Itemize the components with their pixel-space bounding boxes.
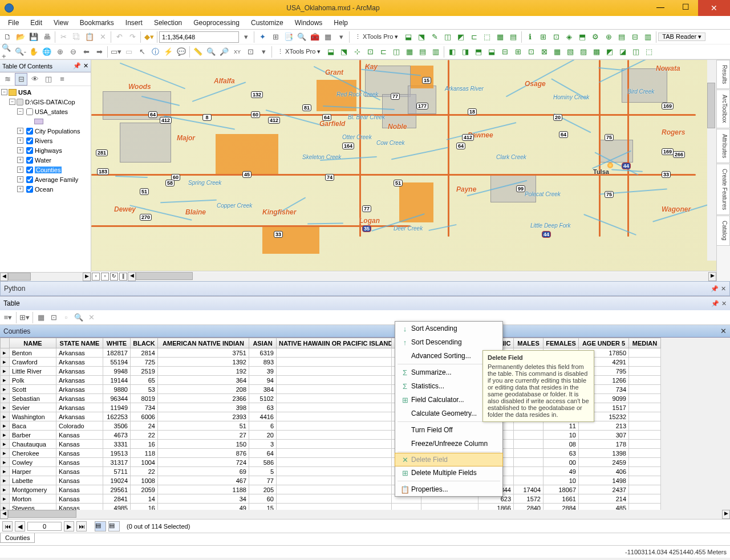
xt2-icon[interactable]: ⊏ [377, 46, 390, 58]
table-hscroll[interactable]: ◀ ▶ [0, 510, 730, 519]
table-row[interactable]: ▸Little RiverArkansas9948251919239357640… [1, 367, 730, 376]
map-view[interactable]: WoodsAlfalfaGrantKayOsageNowataRogersMaj… [91, 60, 716, 281]
xt-icon[interactable]: ⊞ [537, 31, 549, 43]
layer-highways[interactable]: +Highways [1, 145, 90, 155]
xt2-icon[interactable]: ◧ [446, 46, 459, 58]
col-name[interactable]: NAME [10, 338, 56, 348]
xt2-icon[interactable]: ⬔ [338, 46, 350, 58]
col-median[interactable]: MEDIAN [629, 338, 661, 348]
html-popup-icon[interactable]: 💬 [175, 46, 188, 58]
ctx-freeze-unfreeze-column[interactable]: Freeze/Unfreeze Column [395, 437, 502, 451]
side-tab-catalog[interactable]: Catalog [717, 216, 730, 245]
xt-icon[interactable]: ◫ [441, 31, 454, 43]
close-table-icon[interactable]: ✕ [720, 327, 727, 335]
xt-icon[interactable]: ⊡ [550, 31, 562, 43]
redo-icon[interactable]: ↷ [126, 31, 139, 43]
back-extent-icon[interactable]: ⬅ [80, 46, 92, 58]
xt-icon[interactable]: ✎ [428, 31, 441, 43]
fixed-zoom-out-icon[interactable]: ⊖ [67, 46, 79, 58]
ctx-delete-multiple-fields[interactable]: ⊞Delete Multiple Fields [395, 466, 502, 480]
refresh-icon[interactable]: ↻ [110, 273, 118, 281]
delete-selected-icon[interactable]: ✕ [86, 312, 97, 323]
xt2-icon[interactable]: ⊹ [351, 46, 363, 58]
zoom-selected-icon[interactable]: 🔍 [73, 312, 84, 323]
xt-icon[interactable]: ▦ [494, 31, 506, 43]
last-record-button[interactable]: ⏭ [76, 521, 87, 531]
xt2-icon[interactable]: ▧ [564, 46, 577, 58]
xt2-icon[interactable]: ◪ [617, 46, 629, 58]
next-record-button[interactable]: ▶ [64, 521, 74, 531]
xt-icon[interactable]: ◩ [455, 31, 467, 43]
xt2-icon[interactable]: ⬓ [485, 46, 498, 58]
xt2-icon[interactable]: ▤ [416, 46, 429, 58]
xt2-icon[interactable]: ⊠ [538, 46, 550, 58]
select-elements-icon[interactable]: ↖ [136, 46, 148, 58]
paste-icon[interactable]: 📋 [83, 31, 96, 43]
goto-xy-icon[interactable]: XY [231, 46, 244, 58]
show-selected-button[interactable]: ▤ [108, 521, 120, 531]
close-panel-icon[interactable]: ✕ [721, 300, 727, 307]
menu-insert[interactable]: Insert [120, 17, 148, 29]
pin-icon[interactable]: 📌 [711, 285, 719, 293]
menu-view[interactable]: View [48, 17, 74, 29]
pin-icon[interactable]: 📌 [73, 62, 81, 70]
col-native-hawaiin-or-pacific-islander[interactable]: NATIVE HAWAIIN OR PACIFIC ISLANDER [277, 338, 392, 348]
new-doc-icon[interactable]: 🗋 [1, 31, 14, 43]
prev-record-button[interactable]: ◀ [15, 521, 25, 531]
xt-icon[interactable]: ◈ [563, 31, 575, 43]
layer-average-family[interactable]: +Average Family [1, 175, 90, 184]
catalog-icon[interactable]: 📑 [282, 31, 295, 43]
table-row[interactable]: ▸PolkArkansas191446536494991266 [1, 376, 730, 385]
zoom-out-icon[interactable]: 🔍- [14, 46, 27, 58]
side-tab-attributes[interactable]: Attributes [717, 129, 730, 163]
xt-icon[interactable]: ⊕ [602, 31, 615, 43]
tab-reader-dropdown[interactable]: TAB Reader ▾ [658, 33, 705, 41]
minimize-button[interactable]: — [648, 0, 673, 14]
ctx-sort-descending[interactable]: ↑Sort Descending [395, 335, 502, 349]
layer-counties[interactable]: +Counties [1, 165, 90, 175]
table-row[interactable]: ▸MontgomeryKansas29561205911882051844174… [1, 485, 730, 494]
switch-selection-icon[interactable]: ⊡ [48, 312, 59, 323]
table-row[interactable]: ▸LabetteKansas19024100846777101498 [1, 476, 730, 485]
col-asian[interactable]: ASIAN [249, 338, 277, 348]
xt2-icon[interactable]: ⬒ [472, 46, 485, 58]
table-row[interactable]: ▸SevierArkansas1194973439863941517 [1, 403, 730, 412]
xt-icon[interactable]: ▥ [642, 31, 654, 43]
table-row[interactable]: ▸CrawfordArkansas55194725139289339603057… [1, 358, 730, 367]
table-row[interactable]: ▸CherokeeKansas1951311887664631398 [1, 449, 730, 458]
full-extent-icon[interactable]: 🌐 [40, 46, 53, 58]
col-white[interactable]: WHITE [103, 338, 131, 348]
toolbar-icon[interactable]: ⊞ [269, 31, 282, 43]
modelbuilder-icon[interactable]: ▾ [335, 31, 347, 43]
fwd-extent-icon[interactable]: ➡ [93, 46, 106, 58]
print-icon[interactable]: 🖶 [40, 31, 53, 43]
xt-icon[interactable]: ▤ [615, 31, 628, 43]
layer-rivers[interactable]: +Rivers [1, 136, 90, 145]
editor-toolbar-icon[interactable]: ✦ [256, 31, 269, 43]
col-age-under-5[interactable]: AGE UNDER 5 [579, 338, 629, 348]
save-icon[interactable]: 💾 [27, 31, 40, 43]
select-features-icon[interactable]: ▭▾ [110, 46, 122, 58]
close-panel-icon[interactable]: ✕ [721, 285, 726, 293]
menu-windows[interactable]: Windows [289, 17, 328, 29]
col-american-native-indian[interactable]: AMERICAN NATIVE INDIAN [158, 338, 249, 348]
side-tab-results[interactable]: Results [717, 60, 730, 89]
table-options-icon[interactable]: ≡▾ [2, 312, 14, 323]
table-row[interactable]: ▸CowleyKansas313171004724586002459 [1, 458, 730, 467]
xt2-icon[interactable]: ▥ [429, 46, 442, 58]
toc-hscroll[interactable]: ◀ ▶ [0, 272, 91, 281]
scale-input[interactable] [159, 31, 239, 43]
table-row[interactable]: ▸BacaColorado35062451611213 [1, 421, 730, 431]
attribute-table[interactable]: NAMESTATE NAMEWHITEBLACKAMERICAN NATIVE … [0, 338, 730, 510]
find-route-icon[interactable]: 🔎 [218, 46, 230, 58]
copy-icon[interactable]: ⿻ [70, 31, 83, 43]
search-icon[interactable]: 🔍 [295, 31, 308, 43]
xt2-icon[interactable]: ◫ [390, 46, 403, 58]
xt2-icon[interactable]: ▩ [590, 46, 603, 58]
pin-icon[interactable]: 📌 [711, 300, 719, 307]
table-row[interactable]: ▸ChautauquaKansas333116150308178 [1, 440, 730, 449]
toc-tree[interactable]: −USA −D:\GIS-DATA\Cop −USA_states +City … [0, 86, 91, 272]
layer-ocean[interactable]: +Ocean [1, 184, 90, 194]
table-row[interactable]: ▸BentonArkansas1828172814375163193428310… [1, 348, 730, 358]
xt-icon[interactable]: ℹ [524, 31, 536, 43]
